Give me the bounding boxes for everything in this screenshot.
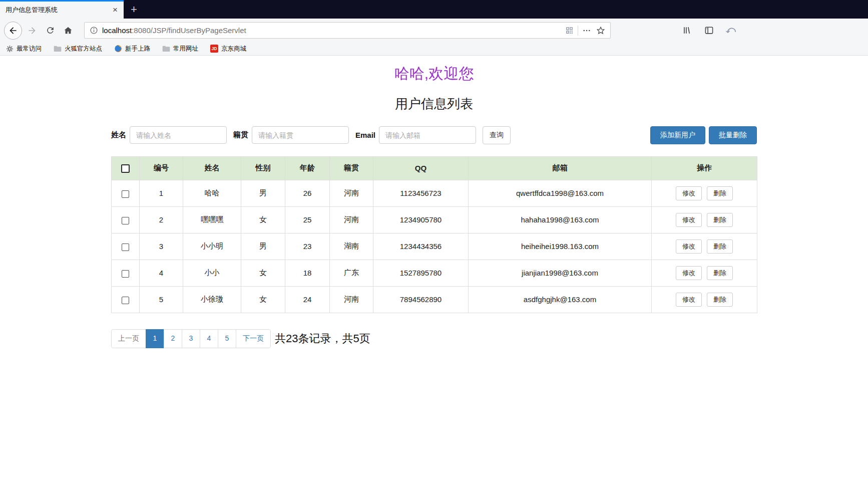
bookmark-common-sites[interactable]: 常用网址	[162, 45, 198, 53]
cell-email: jianjian1998@163.com	[469, 260, 652, 286]
qr-code-icon[interactable]	[565, 26, 574, 35]
column-header-0: 编号	[140, 156, 183, 180]
name-label: 姓名	[111, 130, 126, 140]
tab-bar: 用户信息管理系统 × +	[0, 0, 868, 19]
page-button-3[interactable]: 3	[182, 329, 200, 348]
bookmark-firefox-official[interactable]: 火狐官方站点	[54, 45, 102, 53]
select-all-checkbox[interactable]	[121, 164, 130, 173]
page-actions-icon[interactable]	[582, 26, 591, 35]
row-actions-cell: 修改删除	[652, 233, 757, 260]
query-toolbar: 姓名 籍贯 Email 查询 添加新用户 批量删除	[111, 126, 757, 144]
tab-close-icon[interactable]: ×	[111, 5, 120, 15]
cell-age: 26	[285, 180, 330, 206]
row-actions-cell: 修改删除	[652, 206, 757, 233]
sidebar-toggle-icon[interactable]	[701, 23, 717, 39]
table-row: 2嘿嘿嘿女25河南1234905780hahaha1998@163.com修改删…	[112, 206, 757, 233]
cell-id: 4	[140, 260, 183, 286]
delete-button[interactable]: 删除	[707, 213, 733, 227]
bookmark-star-icon[interactable]	[596, 26, 605, 35]
table-row: 3小小明男23湖南1234434356heiheihei1998.163.com…	[112, 233, 757, 260]
home-button[interactable]	[60, 23, 76, 39]
delete-button[interactable]: 删除	[707, 186, 733, 200]
row-actions-cell: 修改删除	[652, 180, 757, 206]
email-input[interactable]	[379, 126, 476, 144]
name-input[interactable]	[130, 126, 227, 144]
browser-tab[interactable]: 用户信息管理系统 ×	[0, 0, 124, 19]
divider	[578, 26, 578, 36]
batch-delete-button[interactable]: 批量删除	[709, 126, 757, 144]
row-actions-cell: 修改删除	[652, 260, 757, 286]
page-button-1[interactable]: 1	[146, 329, 164, 348]
cell-age: 24	[285, 286, 330, 313]
delete-button[interactable]: 删除	[707, 239, 733, 254]
prev-page-button[interactable]: 上一页	[111, 329, 146, 348]
cell-qq: 1234905780	[373, 206, 469, 233]
column-header-7: 操作	[652, 156, 757, 180]
back-button[interactable]	[4, 22, 22, 40]
column-header-1: 姓名	[183, 156, 241, 180]
row-checkbox[interactable]	[122, 297, 129, 304]
row-checkbox-cell	[112, 180, 140, 206]
cell-gender: 女	[241, 286, 285, 313]
edit-button[interactable]: 修改	[676, 239, 702, 254]
delete-button[interactable]: 删除	[707, 266, 733, 280]
gear-icon	[6, 45, 14, 53]
edit-button[interactable]: 修改	[676, 213, 702, 227]
edit-button[interactable]: 修改	[676, 266, 702, 280]
restore-session-icon[interactable]	[723, 23, 739, 39]
bookmark-label: 京东商城	[221, 45, 246, 53]
page-content: 哈哈,欢迎您 用户信息列表 姓名 籍贯 Email 查询 添加新用户 批量删除	[0, 64, 868, 348]
bookmark-label: 最常访问	[17, 45, 42, 53]
add-user-button[interactable]: 添加新用户	[650, 126, 705, 144]
url-bar[interactable]: localhost:8080/JSP/findUserByPageServlet	[84, 22, 611, 39]
page-button-4[interactable]: 4	[200, 329, 218, 348]
bookmark-jd[interactable]: JD 京东商城	[210, 45, 246, 53]
row-checkbox[interactable]	[122, 270, 129, 278]
page-button-5[interactable]: 5	[218, 329, 236, 348]
cell-email: qwertffdca1998@163.com	[469, 180, 652, 206]
search-button[interactable]: 查询	[483, 126, 511, 144]
email-label: Email	[355, 131, 375, 139]
row-checkbox[interactable]	[122, 190, 129, 198]
bookmark-label: 常用网址	[173, 45, 198, 53]
cell-qq: 1527895780	[373, 260, 469, 286]
cell-gender: 女	[241, 206, 285, 233]
row-checkbox-cell	[112, 260, 140, 286]
cell-age: 25	[285, 206, 330, 233]
folder-icon	[162, 45, 170, 52]
site-info-icon[interactable]	[90, 26, 98, 35]
column-header-5: QQ	[373, 156, 469, 180]
pagination-row: 上一页12345下一页 共23条记录，共5页	[111, 329, 757, 348]
row-checkbox-cell	[112, 286, 140, 313]
firefox-icon	[114, 45, 122, 53]
url-host: localhost	[102, 26, 132, 35]
edit-button[interactable]: 修改	[676, 186, 702, 200]
page-button-2[interactable]: 2	[164, 329, 182, 348]
url-path: :8080/JSP/findUserByPageServlet	[132, 26, 246, 35]
row-checkbox[interactable]	[122, 243, 129, 251]
bookmark-getting-started[interactable]: 新手上路	[114, 45, 150, 53]
forward-button[interactable]	[24, 23, 40, 39]
folder-icon	[54, 45, 62, 52]
column-header-6: 邮箱	[469, 156, 652, 180]
origin-input[interactable]	[252, 126, 349, 144]
row-checkbox[interactable]	[122, 217, 129, 224]
cell-origin: 湖南	[330, 233, 373, 260]
library-icon[interactable]	[679, 23, 695, 39]
next-page-button[interactable]: 下一页	[236, 329, 271, 348]
cell-origin: 广东	[330, 260, 373, 286]
cell-name: 嘿嘿嘿	[183, 206, 241, 233]
select-all-cell	[112, 156, 140, 180]
new-tab-button[interactable]: +	[124, 0, 144, 19]
delete-button[interactable]: 删除	[707, 293, 733, 307]
cell-gender: 男	[241, 233, 285, 260]
jd-icon: JD	[210, 45, 218, 53]
reload-button[interactable]	[42, 23, 58, 39]
cell-gender: 男	[241, 180, 285, 206]
column-header-4: 籍贯	[330, 156, 373, 180]
cell-origin: 河南	[330, 286, 373, 313]
toolbar-right-icons	[676, 23, 742, 39]
edit-button[interactable]: 修改	[676, 293, 702, 307]
bookmark-most-visited[interactable]: 最常访问	[6, 45, 42, 53]
cell-origin: 河南	[330, 180, 373, 206]
